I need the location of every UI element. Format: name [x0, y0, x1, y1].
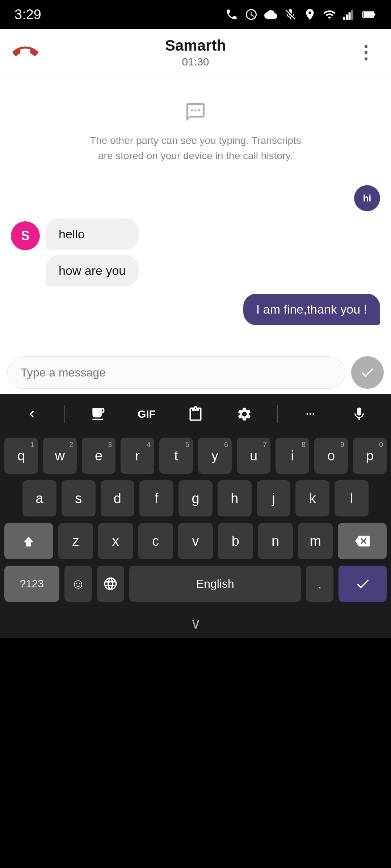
- key-c[interactable]: c: [138, 523, 173, 559]
- app-header: Samarth 01:30 ⋮: [0, 29, 391, 76]
- mic-off-status-icon: [284, 8, 297, 21]
- key-a[interactable]: a: [22, 480, 56, 516]
- message-received-group: S hello how are you: [11, 218, 380, 286]
- settings-button[interactable]: [228, 398, 261, 430]
- key-m[interactable]: m: [298, 523, 333, 559]
- message-sent-reply: I am fine,thank you !: [11, 294, 380, 325]
- battery-status-icon: [362, 8, 377, 21]
- signal-status-icon: [342, 8, 356, 21]
- svg-rect-3: [351, 10, 353, 20]
- globe-key[interactable]: [97, 566, 125, 602]
- input-area: [0, 351, 391, 394]
- recv-bubble-hello: hello: [46, 218, 139, 250]
- key-u[interactable]: u7: [237, 438, 270, 474]
- shift-key[interactable]: [4, 523, 53, 559]
- sticker-button[interactable]: [81, 398, 114, 430]
- back-button[interactable]: [11, 38, 40, 67]
- key-e[interactable]: e3: [82, 438, 115, 474]
- sent-avatar: hi: [354, 185, 380, 211]
- gif-button[interactable]: GIF: [130, 398, 163, 430]
- backspace-key[interactable]: [338, 523, 387, 559]
- more-options-button[interactable]: ⋮: [351, 38, 380, 67]
- send-icon: [360, 365, 375, 380]
- toolbar-divider-2: [277, 405, 278, 423]
- key-i[interactable]: i8: [276, 438, 309, 474]
- svg-rect-0: [343, 17, 345, 20]
- key-l[interactable]: l: [335, 480, 369, 516]
- keyboard-row-bottom: ?123 ☺ English .: [4, 566, 387, 609]
- more-icon: ⋮: [357, 42, 375, 63]
- key-q[interactable]: q1: [4, 438, 38, 474]
- key-v[interactable]: v: [178, 523, 213, 559]
- status-icons: [225, 8, 377, 21]
- phone-hangup-icon: [13, 40, 38, 65]
- key-p[interactable]: p0: [353, 438, 387, 474]
- key-g[interactable]: g: [178, 480, 213, 516]
- key-y[interactable]: y6: [198, 438, 232, 474]
- sent-bubble-reply: I am fine,thank you !: [243, 294, 380, 325]
- space-key[interactable]: English: [129, 566, 301, 602]
- notice-icon: [185, 101, 206, 127]
- num-sym-key[interactable]: ?123: [4, 566, 59, 602]
- chat-area: The other party can see you typing. Tran…: [0, 76, 391, 351]
- keyboard-row-2: a s d f g h j k l: [4, 480, 387, 516]
- keyboard-area: q1 w2 e3 r4 t5 y6 u7 i8 o9 p0 a s d f g …: [0, 434, 391, 609]
- messages-container: hi S hello how are you I am fine,thank y…: [11, 185, 380, 344]
- keyboard-row-3: z x c v b n m: [4, 523, 387, 559]
- toolbar-divider-1: [64, 405, 65, 423]
- contact-name: Samarth: [165, 37, 226, 54]
- key-f[interactable]: f: [139, 480, 173, 516]
- keyboard-toolbar: GIF ···: [0, 394, 391, 434]
- location-status-icon: [303, 8, 316, 21]
- key-j[interactable]: j: [257, 480, 291, 516]
- send-button[interactable]: [351, 356, 384, 389]
- key-z[interactable]: z: [58, 523, 93, 559]
- svg-rect-5: [363, 12, 373, 17]
- key-x[interactable]: x: [98, 523, 133, 559]
- key-k[interactable]: k: [295, 480, 329, 516]
- key-r[interactable]: r4: [121, 438, 154, 474]
- message-input[interactable]: [7, 356, 345, 389]
- swipe-bar-area: ∨: [0, 609, 391, 638]
- svg-rect-6: [374, 13, 375, 16]
- header-info: Samarth 01:30: [40, 37, 351, 68]
- key-n[interactable]: n: [258, 523, 293, 559]
- keyboard-back-button[interactable]: [16, 398, 48, 430]
- more-toolbar-button[interactable]: ···: [294, 398, 327, 430]
- key-d[interactable]: d: [101, 480, 135, 516]
- keyboard-row-1: q1 w2 e3 r4 t5 y6 u7 i8 o9 p0: [4, 438, 387, 474]
- key-h[interactable]: h: [218, 480, 252, 516]
- message-sent-hi: hi: [11, 185, 380, 211]
- key-w[interactable]: w2: [43, 438, 77, 474]
- svg-rect-1: [346, 14, 348, 20]
- status-time: 3:29: [14, 7, 41, 22]
- key-s[interactable]: s: [62, 480, 96, 516]
- phone-status-icon: [225, 8, 238, 21]
- key-o[interactable]: o9: [314, 438, 348, 474]
- key-b[interactable]: b: [218, 523, 253, 559]
- enter-key[interactable]: [339, 566, 387, 602]
- notice-text: The other party can see you typing. Tran…: [87, 133, 304, 163]
- recv-bubbles: hello how are you: [46, 218, 139, 286]
- key-t[interactable]: t5: [159, 438, 193, 474]
- call-duration: 01:30: [182, 56, 209, 68]
- cloud-status-icon: [264, 8, 277, 21]
- svg-rect-2: [349, 12, 351, 20]
- recv-bubble-how-are-you: how are you: [46, 255, 139, 286]
- status-bar: 3:29: [0, 0, 391, 29]
- clipboard-button[interactable]: [179, 398, 212, 430]
- swipe-down-icon: ∨: [190, 615, 201, 632]
- emoji-key[interactable]: ☺: [64, 566, 92, 602]
- clock-status-icon: [245, 8, 258, 21]
- period-key[interactable]: .: [306, 566, 333, 602]
- recv-avatar: S: [11, 221, 40, 250]
- notice-container: The other party can see you typing. Tran…: [11, 101, 380, 163]
- mic-toolbar-button[interactable]: [343, 398, 375, 430]
- wifi-status-icon: [323, 8, 336, 21]
